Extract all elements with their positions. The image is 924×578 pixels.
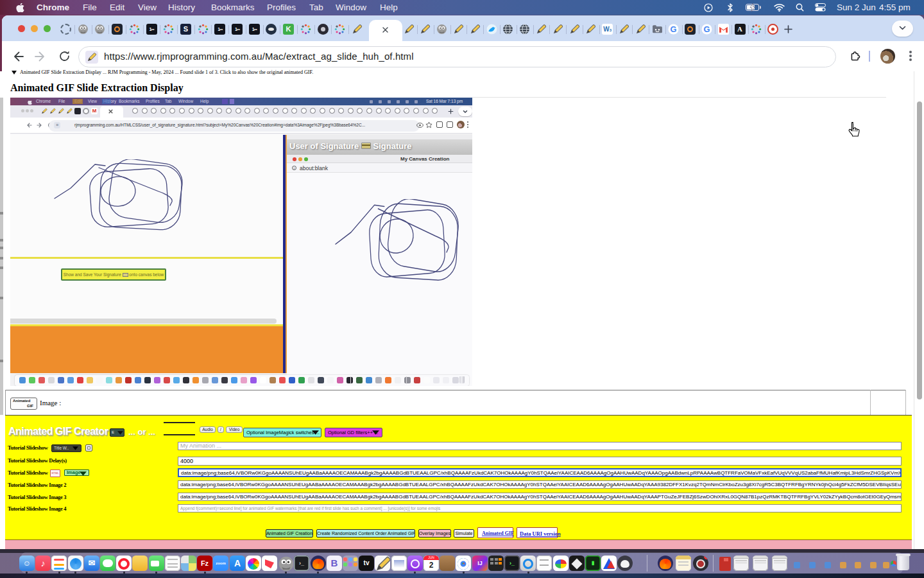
svg-text:G: G <box>703 24 710 34</box>
svg-text:G: G <box>671 24 677 34</box>
